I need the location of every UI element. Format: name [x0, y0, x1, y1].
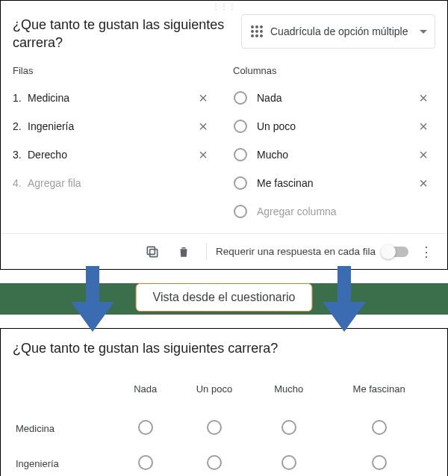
grid-row-header: Ingeniería	[13, 446, 117, 476]
drag-handle-icon[interactable]: ⋮⋮⋮	[13, 4, 435, 11]
grid-radio[interactable]	[138, 420, 153, 435]
remove-row-icon[interactable]: ×	[191, 118, 215, 135]
column-label-input[interactable]: Mucho	[257, 149, 411, 161]
row-index: 1.	[13, 92, 28, 104]
question-preview: ¿Que tanto te gustan las siguientes carr…	[0, 328, 448, 476]
svg-point-8	[260, 34, 263, 37]
svg-point-9	[234, 92, 246, 104]
svg-point-6	[251, 34, 254, 37]
svg-point-10	[234, 120, 246, 132]
remove-column-icon[interactable]: ×	[411, 146, 435, 164]
row-item: 3. Derecho ×	[13, 140, 215, 169]
svg-point-2	[260, 25, 263, 28]
grid-radio[interactable]	[138, 455, 153, 470]
grid-radio[interactable]	[281, 455, 296, 470]
svg-rect-15	[147, 247, 155, 254]
add-row[interactable]: 4. Agregar fila	[13, 169, 215, 197]
row-index: 4.	[13, 177, 28, 189]
question-type-dropdown[interactable]: Cuadrícula de opción múltiple	[241, 14, 435, 49]
grid-radio[interactable]	[207, 420, 222, 435]
column-label-input[interactable]: Un poco	[257, 120, 411, 132]
column-label-input[interactable]: Me fascinan	[257, 177, 411, 189]
radio-icon	[233, 147, 248, 162]
svg-point-5	[260, 30, 263, 33]
grid-radio[interactable]	[372, 420, 387, 435]
duplicate-icon[interactable]	[139, 238, 166, 265]
question-editor: ⋮⋮⋮ ¿Que tanto te gustan las siguientes …	[0, 0, 448, 270]
rows-and-columns: Filas 1. Medicina × 2. Ingeniería × 3. D…	[13, 65, 435, 226]
grid-row: Ingeniería	[13, 446, 435, 476]
callout-band: Vista desde el cuestionario	[0, 270, 448, 330]
radio-icon	[233, 119, 248, 134]
grid-corner	[13, 377, 117, 411]
separator	[206, 243, 207, 260]
columns-heading: Columnas	[233, 65, 435, 76]
grid-radio[interactable]	[207, 455, 222, 470]
remove-row-icon[interactable]: ×	[191, 90, 215, 107]
row-item: 2. Ingeniería ×	[13, 112, 215, 140]
grid-column-header: Me fascinan	[323, 377, 435, 411]
row-label-input[interactable]: Medicina	[28, 92, 191, 104]
column-label-input[interactable]: Nada	[257, 92, 411, 104]
preview-grid: Nada Un poco Mucho Me fascinan Medicina …	[13, 377, 435, 476]
column-item: Un poco ×	[233, 112, 435, 140]
grid-column-header: Mucho	[255, 377, 323, 411]
svg-point-13	[234, 205, 246, 217]
require-response-label: Requerir una respuesta en cada fila	[216, 246, 376, 257]
remove-column-icon[interactable]: ×	[411, 90, 435, 107]
grid-radio[interactable]	[281, 420, 296, 435]
grid-column-header: Un poco	[173, 377, 255, 411]
grid-row-header: Medicina	[13, 411, 117, 446]
svg-point-1	[255, 25, 258, 28]
row-index: 2.	[13, 120, 28, 132]
column-item: Mucho ×	[233, 140, 435, 169]
grid-icon	[249, 24, 264, 39]
column-item: Me fascinan ×	[233, 169, 435, 197]
svg-point-11	[234, 149, 246, 161]
question-type-label: Cuadrícula de opción múltiple	[270, 25, 420, 37]
radio-icon	[233, 176, 248, 191]
svg-rect-14	[150, 249, 158, 256]
grid-row: Medicina	[13, 411, 435, 446]
add-column[interactable]: Agregar columna	[233, 197, 435, 226]
row-label-input[interactable]: Derecho	[28, 149, 191, 161]
add-row-label: Agregar fila	[28, 177, 215, 189]
arrow-down-icon	[71, 266, 114, 332]
rows-heading: Filas	[13, 65, 215, 76]
grid-column-header: Nada	[117, 377, 173, 411]
row-index: 3.	[13, 149, 28, 161]
grid-radio[interactable]	[372, 455, 387, 470]
radio-icon	[233, 90, 248, 105]
radio-icon	[233, 204, 248, 219]
callout-label: Vista desde el cuestionario	[136, 283, 313, 312]
row-item: 1. Medicina ×	[13, 84, 215, 112]
remove-column-icon[interactable]: ×	[411, 118, 435, 135]
svg-point-3	[251, 30, 254, 33]
editor-footer: Requerir una respuesta en cada fila ⋮	[1, 233, 447, 269]
add-column-label: Agregar columna	[257, 205, 435, 217]
preview-title: ¿Que tanto te gustan las siguientes carr…	[13, 341, 435, 356]
rows-column: Filas 1. Medicina × 2. Ingeniería × 3. D…	[13, 65, 215, 226]
row-label-input[interactable]: Ingeniería	[28, 120, 191, 132]
require-response-toggle[interactable]	[383, 247, 408, 257]
svg-point-7	[255, 34, 258, 37]
remove-row-icon[interactable]: ×	[191, 146, 215, 164]
delete-icon[interactable]	[170, 238, 197, 265]
question-title-input[interactable]: ¿Que tanto te gustan las siguientes carr…	[13, 14, 229, 56]
arrow-down-icon	[323, 266, 366, 332]
more-options-icon[interactable]: ⋮	[413, 238, 440, 265]
column-item: Nada ×	[233, 84, 435, 112]
svg-point-4	[255, 30, 258, 33]
remove-column-icon[interactable]: ×	[411, 175, 435, 192]
columns-column: Columnas Nada × Un poco × Mucho	[233, 65, 435, 226]
svg-point-12	[234, 177, 246, 189]
chevron-down-icon	[420, 30, 427, 34]
editor-header: ¿Que tanto te gustan las siguientes carr…	[13, 14, 435, 56]
svg-point-0	[251, 25, 254, 28]
